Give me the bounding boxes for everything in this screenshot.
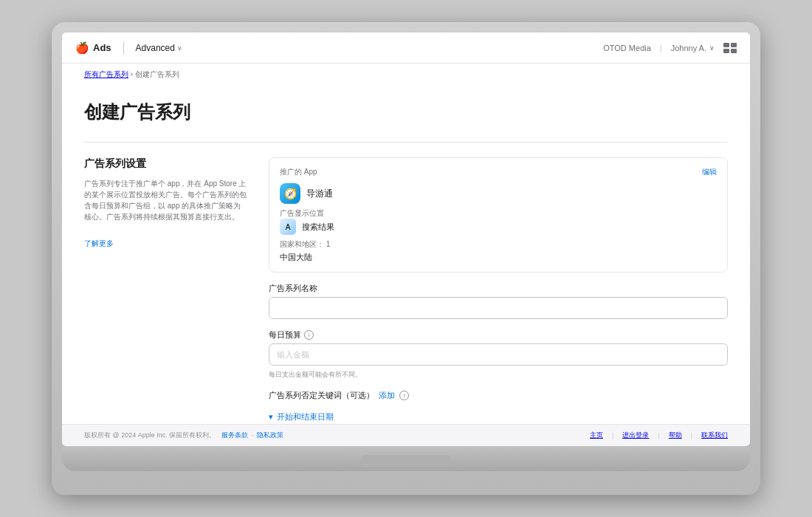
main-content: 创建广告系列 广告系列设置 广告系列专注于推广单个 app，并在 App Sto… [62, 86, 750, 424]
campaign-name-label: 广告系列名称 [269, 283, 728, 294]
date-toggle-label: 开始和结束日期 [277, 411, 334, 422]
terms-link[interactable]: 服务条款 [221, 431, 248, 439]
daily-budget-label: 每日预算 i [269, 329, 728, 340]
section-title: 广告系列设置 [84, 157, 247, 171]
footer-left: 版权所有 @ 2024 Apple Inc. 保留所有权利。 服务条款 · 隐私… [84, 431, 283, 440]
privacy-link[interactable]: 隐私政策 [257, 431, 283, 439]
advanced-menu[interactable]: Advanced ∨ [136, 43, 182, 53]
placement-name: 搜索结果 [302, 222, 334, 233]
placement-row: A 搜索结果 [280, 219, 717, 235]
page-title: 创建广告系列 [84, 100, 728, 124]
apple-ads-logo: 🍎 Ads [75, 41, 111, 55]
form-description: 广告系列设置 广告系列专注于推广单个 app，并在 App Store 上的某个… [84, 157, 247, 249]
section-description: 广告系列专注于推广单个 app，并在 App Store 上的某个展示位置投放相… [84, 178, 247, 222]
chevron-down-icon: ∨ [177, 44, 182, 52]
daily-budget-field: 每日预算 i 每日支出金额可能会有所不同。 [269, 329, 728, 380]
region-label: 国家和地区： 1 [280, 239, 717, 250]
region-value: 中国大陆 [280, 252, 717, 263]
learn-more-link[interactable]: 了解更多 [84, 239, 114, 247]
contact-link[interactable]: 联系我们 [701, 431, 728, 440]
keywords-label: 广告系列否定关键词（可选） [269, 390, 374, 401]
trackpad [362, 455, 450, 467]
daily-budget-hint: 每日支出金额可能会有所不同。 [269, 370, 728, 380]
footer-sep-1: | [612, 432, 613, 439]
card-header: 推广的 App 编辑 [280, 167, 717, 177]
home-link[interactable]: 主页 [590, 431, 603, 440]
app-icon-emoji: 🧭 [284, 188, 297, 199]
chevron-down-blue-icon: ▾ [269, 412, 273, 422]
breadcrumb: 所有广告系列 › 创建广告系列 [62, 64, 750, 86]
daily-budget-info-icon[interactable]: i [304, 330, 314, 340]
section-separator [84, 142, 728, 143]
daily-budget-input[interactable] [269, 343, 728, 366]
campaign-name-input[interactable] [269, 297, 728, 319]
footer-sep-3: | [691, 432, 692, 439]
footer-right: 主页 | 进出登录 | 帮助 | 联系我们 [590, 431, 728, 440]
apple-icon: 🍎 [75, 41, 89, 55]
help-link[interactable]: 帮助 [669, 431, 682, 440]
footer: 版权所有 @ 2024 Apple Inc. 保留所有权利。 服务条款 · 隐私… [62, 424, 750, 446]
add-keywords-link[interactable]: 添加 [379, 390, 395, 401]
negative-keywords-row: 广告系列否定关键词（可选） 添加 i [269, 390, 728, 401]
breadcrumb-current: 创建广告系列 [135, 70, 179, 78]
app-info-card: 推广的 App 编辑 🧭 导游通 广告显示位置 A [269, 157, 728, 273]
breadcrumb-all-campaigns[interactable]: 所有广告系列 [84, 70, 128, 78]
copyright: 版权所有 @ 2024 Apple Inc. 保留所有权利。 [84, 431, 216, 439]
date-section-toggle[interactable]: ▾ 开始和结束日期 [269, 411, 728, 422]
placement-icon: A [280, 219, 296, 235]
advanced-label: Advanced [136, 43, 175, 53]
form-right: 推广的 App 编辑 🧭 导游通 广告显示位置 A [269, 157, 728, 424]
placement-label: 广告显示位置 [280, 208, 717, 219]
date-section: ▾ 开始和结束日期 开始日期 亚洲/上海 2023 年 11 月 21 日 [269, 411, 728, 424]
logout-link[interactable]: 进出登录 [622, 431, 649, 440]
user-chevron-icon: ∨ [709, 44, 715, 52]
nav-divider-2: | [660, 44, 662, 52]
ads-label: Ads [93, 42, 111, 53]
footer-sep-2: | [658, 432, 659, 439]
org-name: OTOD Media [603, 44, 651, 52]
user-name: Johnny A. [671, 44, 706, 52]
app-name: 导游通 [306, 188, 333, 200]
layout-toggle[interactable] [723, 43, 737, 53]
app-icon: 🧭 [280, 183, 300, 204]
campaign-name-field: 广告系列名称 [269, 283, 728, 319]
user-menu[interactable]: Johnny A. ∨ [671, 44, 715, 52]
keywords-info-icon[interactable]: i [399, 391, 409, 400]
nav-divider [123, 41, 124, 55]
promoted-app-label: 推广的 App [280, 167, 317, 177]
form-layout: 广告系列设置 广告系列专注于推广单个 app，并在 App Store 上的某个… [84, 157, 728, 424]
app-row: 🧭 导游通 [280, 183, 717, 204]
edit-link[interactable]: 编辑 [702, 167, 717, 177]
